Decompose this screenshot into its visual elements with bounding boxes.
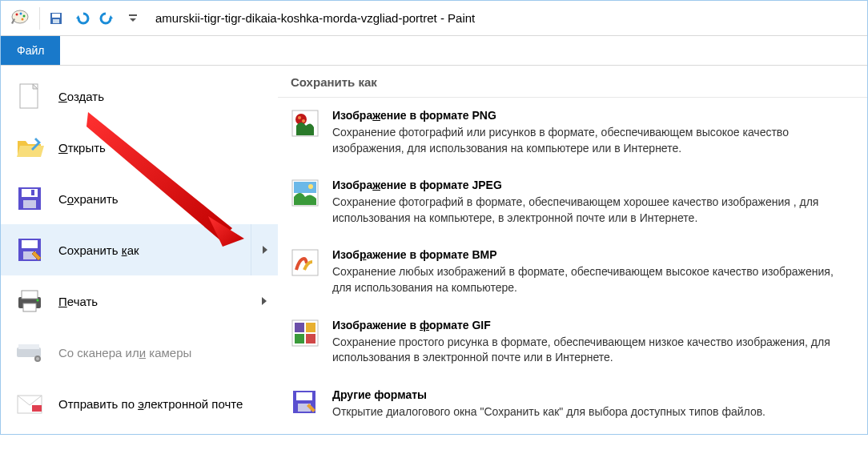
redo-icon[interactable] <box>98 9 117 28</box>
file-menu: Создать Открыть Сохранить Сохранить как <box>1 66 867 434</box>
other-formats-icon <box>291 388 319 417</box>
menu-label-email: Отправить по электронной почте <box>58 397 263 411</box>
svg-point-1 <box>16 13 18 15</box>
format-title: Изображение в формате BMP <box>332 248 854 261</box>
svg-rect-19 <box>23 303 36 311</box>
jpeg-icon <box>291 179 319 207</box>
gif-icon <box>291 319 319 348</box>
menu-scanner: Со сканера или камеры <box>1 327 278 378</box>
svg-point-33 <box>308 184 313 189</box>
format-gif[interactable]: Изображение в формате GIF Сохранение про… <box>278 307 867 377</box>
bmp-icon <box>291 248 319 277</box>
format-bmp[interactable]: Изображение в формате BMP Сохранение люб… <box>278 237 867 307</box>
paint-app-icon <box>7 6 33 31</box>
svg-point-4 <box>22 18 24 20</box>
format-desc: Сохранение фотографий в формате, обеспеч… <box>332 195 854 226</box>
menu-label-scanner: Со сканера или камеры <box>58 346 263 360</box>
svg-rect-11 <box>22 189 38 197</box>
format-title: Изображение в формате PNG <box>332 109 854 122</box>
menu-label-open: Открыть <box>58 141 263 155</box>
email-icon <box>15 389 44 418</box>
svg-rect-13 <box>31 190 34 195</box>
svg-rect-22 <box>18 344 39 349</box>
separator <box>39 7 40 30</box>
svg-rect-15 <box>22 240 38 248</box>
menu-email[interactable]: Отправить по электронной почте <box>1 378 278 429</box>
svg-point-24 <box>36 357 39 360</box>
format-desc: Сохранение любых изображений в формате, … <box>332 264 854 295</box>
scanner-icon <box>15 338 44 367</box>
format-title: Изображение в формате JPEG <box>332 179 854 191</box>
panel-header: Сохранить как <box>278 66 867 98</box>
svg-point-29 <box>298 116 301 119</box>
ribbon-tabs: Файл <box>1 36 867 66</box>
printer-icon <box>15 287 44 315</box>
menu-save-as[interactable]: Сохранить как <box>1 224 278 275</box>
menu-save[interactable]: Сохранить <box>1 173 278 224</box>
svg-rect-8 <box>129 14 137 16</box>
svg-rect-18 <box>22 291 38 299</box>
file-menu-left: Создать Открыть Сохранить Сохранить как <box>1 66 278 434</box>
svg-point-20 <box>37 299 39 302</box>
format-other[interactable]: Другие форматы Открытие диалогового окна… <box>278 377 867 432</box>
save-as-panel: Сохранить как Изображение в формате PNG … <box>278 66 867 434</box>
svg-rect-12 <box>23 200 36 208</box>
svg-rect-7 <box>53 19 59 23</box>
svg-rect-41 <box>296 392 312 400</box>
new-file-icon <box>15 82 44 110</box>
png-icon <box>291 109 319 138</box>
menu-label-save: Сохранить <box>58 192 263 206</box>
open-folder-icon <box>15 133 44 162</box>
menu-open[interactable]: Открыть <box>1 122 278 173</box>
svg-rect-38 <box>295 334 304 344</box>
submenu-arrow-icon <box>251 275 278 327</box>
format-png[interactable]: Изображение в формате PNG Сохранение фот… <box>278 98 867 167</box>
svg-point-0 <box>12 10 28 23</box>
svg-point-3 <box>23 14 26 17</box>
customize-qat-icon[interactable] <box>123 9 143 28</box>
file-tab[interactable]: Файл <box>1 36 60 65</box>
format-desc: Сохранение простого рисунка в формате, о… <box>332 335 854 366</box>
format-title: Другие форматы <box>332 388 766 401</box>
format-title: Изображение в формате GIF <box>332 319 854 331</box>
save-disk-icon <box>15 184 44 213</box>
format-desc: Открытие диалогового окна "Сохранить как… <box>332 404 766 420</box>
titlebar: amurskii-tigr-tigr-dikaia-koshka-morda-v… <box>1 1 867 36</box>
menu-label-save-as: Сохранить как <box>58 243 236 257</box>
menu-new[interactable]: Создать <box>1 70 278 122</box>
menu-print[interactable]: Печать <box>1 275 278 327</box>
save-as-disk-icon <box>15 235 44 264</box>
svg-rect-26 <box>32 405 42 412</box>
svg-rect-39 <box>306 334 315 344</box>
menu-label-new: Создать <box>58 90 263 103</box>
format-desc: Сохранение фотографий или рисунков в фор… <box>332 125 854 156</box>
svg-point-2 <box>20 12 22 14</box>
paint-window: amurskii-tigr-tigr-dikaia-koshka-morda-v… <box>0 0 868 435</box>
undo-icon[interactable] <box>72 9 91 28</box>
svg-rect-36 <box>295 323 304 332</box>
window-title: amurskii-tigr-tigr-dikaia-koshka-morda-v… <box>155 11 475 25</box>
save-qat-icon[interactable] <box>46 9 66 28</box>
format-jpeg[interactable]: Изображение в формате JPEG Сохранение фо… <box>278 167 867 237</box>
svg-rect-37 <box>306 323 315 332</box>
submenu-arrow-icon <box>251 224 278 275</box>
svg-point-30 <box>302 119 305 123</box>
menu-label-print: Печать <box>58 295 236 308</box>
svg-rect-6 <box>52 14 60 18</box>
